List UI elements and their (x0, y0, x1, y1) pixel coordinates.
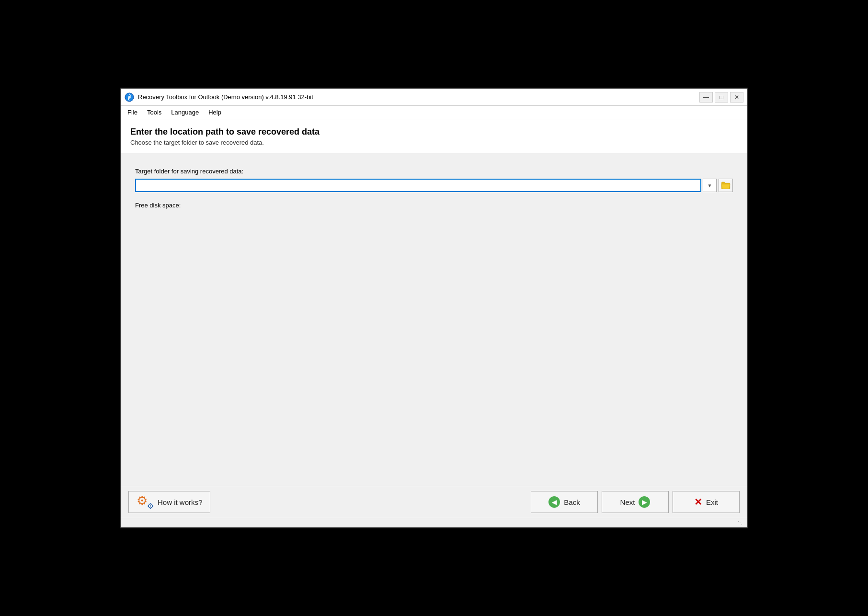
status-bar: ⋱ (121, 518, 747, 527)
close-button[interactable]: ✕ (730, 92, 743, 103)
page-title: Enter the location path to save recovere… (130, 127, 738, 137)
back-label: Back (564, 498, 580, 506)
window-title: Recovery Toolbox for Outlook (Demo versi… (138, 93, 313, 101)
browse-button[interactable] (719, 179, 733, 192)
content-area: Enter the location path to save recovere… (121, 119, 747, 486)
back-icon: ◀ (548, 496, 560, 508)
footer: ⚙ ⚙ How it works? ◀ Back Next ▶ ✕ (121, 486, 747, 518)
next-label: Next (620, 498, 635, 506)
next-button[interactable]: Next ▶ (602, 491, 669, 513)
next-icon: ▶ (639, 496, 650, 508)
menu-tools[interactable]: Tools (142, 107, 166, 118)
folder-path-input[interactable] (135, 179, 701, 192)
folder-label: Target folder for saving recovered data: (135, 168, 733, 175)
dropdown-button[interactable]: ▼ (703, 179, 717, 192)
footer-right: ◀ Back Next ▶ ✕ Exit (531, 491, 740, 513)
exit-icon: ✕ (694, 496, 702, 508)
gear-large-icon: ⚙ (137, 493, 148, 508)
main-content: Target folder for saving recovered data:… (121, 153, 747, 486)
svg-point-1 (128, 96, 131, 99)
menu-help[interactable]: Help (204, 107, 226, 118)
page-header: Enter the location path to save recovere… (121, 119, 747, 153)
gear-icon-group: ⚙ ⚙ (137, 493, 154, 511)
window-controls: — □ ✕ (699, 92, 743, 103)
exit-label: Exit (706, 498, 718, 506)
exit-button[interactable]: ✕ Exit (673, 491, 740, 513)
maximize-button[interactable]: □ (715, 92, 728, 103)
main-window: Recovery Toolbox for Outlook (Demo versi… (120, 88, 748, 528)
back-button[interactable]: ◀ Back (531, 491, 598, 513)
gear-small-icon: ⚙ (147, 502, 154, 511)
app-icon (125, 92, 134, 102)
footer-left: ⚙ ⚙ How it works? (128, 491, 210, 513)
page-subtitle: Choose the target folder to save recover… (130, 139, 738, 146)
title-bar-left: Recovery Toolbox for Outlook (Demo versi… (125, 92, 313, 102)
how-it-works-label: How it works? (158, 498, 202, 506)
how-it-works-button[interactable]: ⚙ ⚙ How it works? (128, 491, 210, 513)
minimize-button[interactable]: — (699, 92, 713, 103)
title-bar: Recovery Toolbox for Outlook (Demo versi… (121, 89, 747, 106)
menu-bar: File Tools Language Help (121, 106, 747, 119)
folder-input-row: ▼ (135, 179, 733, 192)
menu-file[interactable]: File (123, 107, 142, 118)
resize-grip: ⋱ (738, 520, 743, 526)
folder-icon (721, 182, 731, 189)
disk-space-label: Free disk space: (135, 202, 733, 209)
menu-language[interactable]: Language (166, 107, 204, 118)
